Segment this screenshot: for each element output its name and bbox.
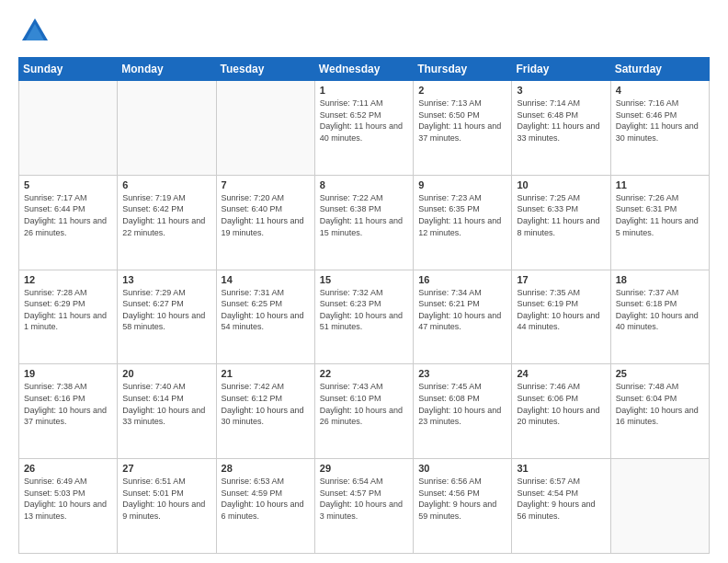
header [18, 15, 710, 48]
calendar-cell [19, 81, 118, 176]
calendar-header-monday: Monday [118, 58, 216, 81]
day-number: 28 [222, 463, 310, 474]
day-info: Sunrise: 6:54 AM Sunset: 4:57 PM Dayligh… [320, 476, 408, 522]
day-number: 1 [320, 85, 408, 96]
calendar-cell: 27Sunrise: 6:51 AM Sunset: 5:01 PM Dayli… [118, 459, 216, 554]
day-number: 18 [616, 274, 704, 285]
calendar-cell: 17Sunrise: 7:35 AM Sunset: 6:19 PM Dayli… [512, 270, 610, 364]
day-info: Sunrise: 7:29 AM Sunset: 6:27 PM Dayligh… [122, 287, 210, 333]
calendar-cell: 1Sunrise: 7:11 AM Sunset: 6:52 PM Daylig… [314, 81, 413, 176]
day-info: Sunrise: 7:17 AM Sunset: 6:44 PM Dayligh… [24, 192, 112, 238]
calendar-header-wednesday: Wednesday [314, 58, 413, 81]
calendar-week-1: 5Sunrise: 7:17 AM Sunset: 6:44 PM Daylig… [19, 175, 710, 270]
day-number: 21 [222, 368, 310, 379]
day-number: 20 [122, 368, 210, 379]
day-number: 27 [122, 463, 210, 474]
calendar-cell: 18Sunrise: 7:37 AM Sunset: 6:18 PM Dayli… [610, 270, 709, 364]
day-info: Sunrise: 7:34 AM Sunset: 6:21 PM Dayligh… [418, 287, 506, 333]
calendar-cell: 26Sunrise: 6:49 AM Sunset: 5:03 PM Dayli… [19, 459, 118, 554]
day-number: 12 [24, 274, 112, 285]
day-number: 17 [517, 274, 605, 285]
calendar-cell: 13Sunrise: 7:29 AM Sunset: 6:27 PM Dayli… [118, 270, 216, 364]
calendar-cell: 8Sunrise: 7:22 AM Sunset: 6:38 PM Daylig… [314, 175, 413, 270]
day-number: 19 [24, 368, 112, 379]
calendar-cell: 11Sunrise: 7:26 AM Sunset: 6:31 PM Dayli… [610, 175, 709, 270]
day-info: Sunrise: 7:23 AM Sunset: 6:35 PM Dayligh… [418, 192, 506, 238]
calendar-cell: 29Sunrise: 6:54 AM Sunset: 4:57 PM Dayli… [314, 459, 413, 554]
day-info: Sunrise: 7:42 AM Sunset: 6:12 PM Dayligh… [222, 381, 310, 427]
day-info: Sunrise: 7:14 AM Sunset: 6:48 PM Dayligh… [517, 98, 605, 144]
day-info: Sunrise: 7:35 AM Sunset: 6:19 PM Dayligh… [517, 287, 605, 333]
calendar-header-tuesday: Tuesday [216, 58, 314, 81]
day-number: 29 [320, 463, 408, 474]
calendar-cell [118, 81, 216, 176]
day-info: Sunrise: 7:11 AM Sunset: 6:52 PM Dayligh… [320, 98, 408, 144]
day-info: Sunrise: 7:25 AM Sunset: 6:33 PM Dayligh… [517, 192, 605, 238]
calendar-cell: 19Sunrise: 7:38 AM Sunset: 6:16 PM Dayli… [19, 364, 118, 459]
day-info: Sunrise: 7:19 AM Sunset: 6:42 PM Dayligh… [122, 192, 210, 238]
day-info: Sunrise: 6:56 AM Sunset: 4:56 PM Dayligh… [418, 476, 506, 522]
day-number: 6 [122, 179, 210, 190]
day-number: 16 [418, 274, 506, 285]
calendar-week-2: 12Sunrise: 7:28 AM Sunset: 6:29 PM Dayli… [19, 270, 710, 364]
day-number: 25 [616, 368, 704, 379]
day-number: 2 [418, 85, 506, 96]
calendar-header-thursday: Thursday [414, 58, 512, 81]
calendar-cell [216, 81, 314, 176]
day-number: 11 [616, 179, 704, 190]
day-info: Sunrise: 7:40 AM Sunset: 6:14 PM Dayligh… [122, 381, 210, 427]
day-number: 9 [418, 179, 506, 190]
calendar-week-3: 19Sunrise: 7:38 AM Sunset: 6:16 PM Dayli… [19, 364, 710, 459]
calendar-cell: 5Sunrise: 7:17 AM Sunset: 6:44 PM Daylig… [19, 175, 118, 270]
day-number: 15 [320, 274, 408, 285]
calendar-cell: 10Sunrise: 7:25 AM Sunset: 6:33 PM Dayli… [512, 175, 610, 270]
day-info: Sunrise: 7:13 AM Sunset: 6:50 PM Dayligh… [418, 98, 506, 144]
day-info: Sunrise: 7:20 AM Sunset: 6:40 PM Dayligh… [222, 192, 310, 238]
day-number: 10 [517, 179, 605, 190]
day-info: Sunrise: 7:28 AM Sunset: 6:29 PM Dayligh… [24, 287, 112, 333]
day-info: Sunrise: 6:57 AM Sunset: 4:54 PM Dayligh… [517, 476, 605, 522]
calendar-cell: 3Sunrise: 7:14 AM Sunset: 6:48 PM Daylig… [512, 81, 610, 176]
calendar-header-row: SundayMondayTuesdayWednesdayThursdayFrid… [19, 58, 710, 81]
day-info: Sunrise: 7:16 AM Sunset: 6:46 PM Dayligh… [616, 98, 704, 144]
day-info: Sunrise: 7:46 AM Sunset: 6:06 PM Dayligh… [517, 381, 605, 427]
day-info: Sunrise: 7:48 AM Sunset: 6:04 PM Dayligh… [616, 381, 704, 427]
day-number: 14 [222, 274, 310, 285]
day-info: Sunrise: 7:45 AM Sunset: 6:08 PM Dayligh… [418, 381, 506, 427]
day-number: 8 [320, 179, 408, 190]
calendar-week-0: 1Sunrise: 7:11 AM Sunset: 6:52 PM Daylig… [19, 81, 710, 176]
calendar-cell: 30Sunrise: 6:56 AM Sunset: 4:56 PM Dayli… [414, 459, 512, 554]
calendar-cell: 20Sunrise: 7:40 AM Sunset: 6:14 PM Dayli… [118, 364, 216, 459]
day-number: 3 [517, 85, 605, 96]
day-info: Sunrise: 7:22 AM Sunset: 6:38 PM Dayligh… [320, 192, 408, 238]
calendar-cell: 15Sunrise: 7:32 AM Sunset: 6:23 PM Dayli… [314, 270, 413, 364]
day-number: 23 [418, 368, 506, 379]
calendar-cell [610, 459, 709, 554]
calendar-cell: 21Sunrise: 7:42 AM Sunset: 6:12 PM Dayli… [216, 364, 314, 459]
day-number: 31 [517, 463, 605, 474]
calendar-header-sunday: Sunday [19, 58, 118, 81]
day-info: Sunrise: 7:31 AM Sunset: 6:25 PM Dayligh… [222, 287, 310, 333]
calendar-cell: 6Sunrise: 7:19 AM Sunset: 6:42 PM Daylig… [118, 175, 216, 270]
calendar-cell: 12Sunrise: 7:28 AM Sunset: 6:29 PM Dayli… [19, 270, 118, 364]
calendar-cell: 23Sunrise: 7:45 AM Sunset: 6:08 PM Dayli… [414, 364, 512, 459]
calendar-week-4: 26Sunrise: 6:49 AM Sunset: 5:03 PM Dayli… [19, 459, 710, 554]
calendar-cell: 14Sunrise: 7:31 AM Sunset: 6:25 PM Dayli… [216, 270, 314, 364]
calendar-cell: 31Sunrise: 6:57 AM Sunset: 4:54 PM Dayli… [512, 459, 610, 554]
day-info: Sunrise: 7:26 AM Sunset: 6:31 PM Dayligh… [616, 192, 704, 238]
day-number: 24 [517, 368, 605, 379]
day-info: Sunrise: 6:51 AM Sunset: 5:01 PM Dayligh… [122, 476, 210, 522]
page: SundayMondayTuesdayWednesdayThursdayFrid… [0, 0, 728, 563]
day-number: 13 [122, 274, 210, 285]
day-number: 22 [320, 368, 408, 379]
calendar-cell: 28Sunrise: 6:53 AM Sunset: 4:59 PM Dayli… [216, 459, 314, 554]
calendar-header-saturday: Saturday [610, 58, 709, 81]
calendar-cell: 22Sunrise: 7:43 AM Sunset: 6:10 PM Dayli… [314, 364, 413, 459]
calendar-header-friday: Friday [512, 58, 610, 81]
day-info: Sunrise: 7:37 AM Sunset: 6:18 PM Dayligh… [616, 287, 704, 333]
day-info: Sunrise: 6:49 AM Sunset: 5:03 PM Dayligh… [24, 476, 112, 522]
calendar-cell: 7Sunrise: 7:20 AM Sunset: 6:40 PM Daylig… [216, 175, 314, 270]
calendar-cell: 25Sunrise: 7:48 AM Sunset: 6:04 PM Dayli… [610, 364, 709, 459]
day-number: 26 [24, 463, 112, 474]
day-info: Sunrise: 7:32 AM Sunset: 6:23 PM Dayligh… [320, 287, 408, 333]
